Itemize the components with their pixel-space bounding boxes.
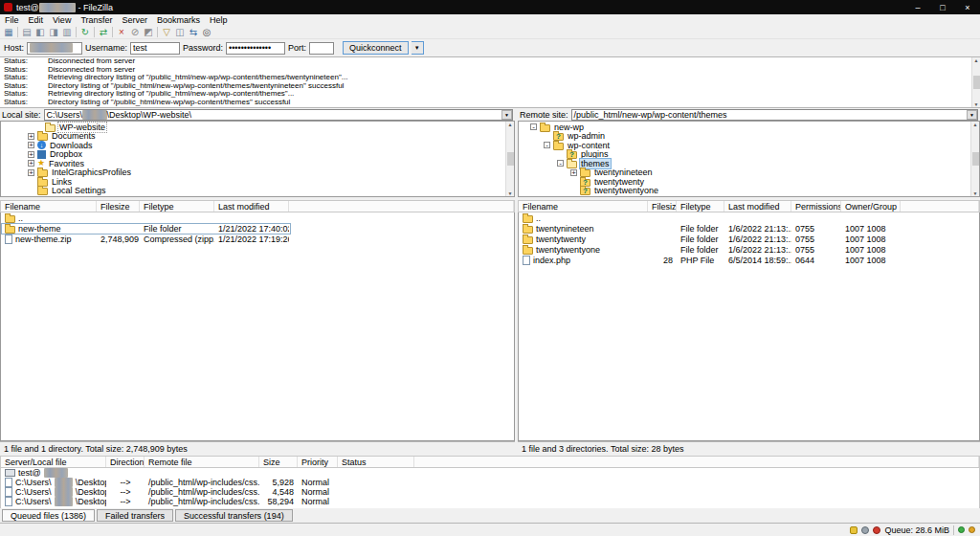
tree-item-wp-content[interactable]: -wp-content — [519, 141, 979, 150]
minimize-button[interactable]: – — [905, 0, 930, 14]
dropdown-icon[interactable]: ▼ — [967, 110, 977, 120]
menu-file[interactable]: File — [0, 15, 24, 25]
column-priority[interactable]: Priority — [298, 457, 338, 467]
tree-item-wp-website[interactable]: WP-website — [1, 123, 514, 132]
file-row-twentytwentyone[interactable]: twentytwentyone File folder1/6/2022 21:1… — [519, 244, 979, 255]
file-row-twentynineteen[interactable]: twentynineteen File folder1/6/2022 21:13… — [519, 223, 979, 234]
password-input[interactable]: •••••••••••••• — [226, 42, 285, 55]
column-filetype[interactable]: Filetype — [677, 201, 724, 212]
tree-item-twentytwentyone[interactable]: twentytwentyone — [519, 187, 979, 196]
tree-item-documents[interactable]: +Documents — [1, 132, 514, 142]
site-manager-icon[interactable]: ▦ — [2, 26, 15, 38]
column-filename[interactable]: Filename — [519, 201, 648, 212]
expander-icon[interactable]: + — [28, 133, 34, 140]
tree-item-twentynineteen[interactable]: +twentynineteen — [519, 168, 979, 178]
file-row-index-php[interactable]: index.php 28PHP File6/5/2014 18:59:...06… — [519, 255, 979, 265]
queue-server-row[interactable]: test@████ — [1, 468, 979, 478]
expander-icon[interactable]: + — [28, 160, 34, 167]
reconnect-icon[interactable]: ◩ — [142, 26, 155, 38]
local-site-combo[interactable]: C:\Users\████\Desktop\WP-website\ ▼ — [44, 109, 513, 121]
find-files-icon[interactable]: ◎ — [200, 26, 213, 38]
column-filesize[interactable]: Filesize — [97, 201, 140, 212]
tab-failed-transfers[interactable]: Failed transfers — [97, 509, 173, 522]
process-queue-icon[interactable]: ⇄ — [97, 26, 110, 38]
expander-icon[interactable]: + — [28, 169, 34, 176]
port-input[interactable] — [309, 42, 334, 55]
column-last-modified[interactable]: Last modified — [214, 201, 289, 212]
menu-transfer[interactable]: Transfer — [76, 15, 117, 25]
tree-item-local-settings[interactable]: Local Settings — [1, 187, 514, 196]
queue-item-row[interactable]: C:\Users\███\Desktop\w... -->/public_htm… — [1, 497, 979, 506]
message-log-toggle-icon[interactable]: ▤ — [20, 26, 33, 38]
tree-item-themes[interactable]: -themes — [519, 159, 979, 168]
column-direction[interactable]: Direction — [106, 457, 145, 467]
transfer-queue-toggle-icon[interactable]: ▥ — [60, 26, 74, 38]
expander-icon[interactable]: - — [544, 142, 550, 148]
column-filesize[interactable]: Filesize — [648, 201, 677, 212]
column-owner-group[interactable]: Owner/Group — [841, 201, 901, 212]
username-input[interactable]: test — [130, 42, 180, 55]
close-button[interactable]: × — [955, 0, 980, 14]
file-row-parent[interactable]: .. — [519, 212, 979, 223]
dropdown-icon[interactable]: ▼ — [501, 110, 512, 120]
scroll-down-icon[interactable]: ▼ — [974, 101, 979, 107]
filter-icon[interactable]: ▽ — [160, 26, 173, 38]
quickconnect-dropdown-icon[interactable]: ▼ — [412, 41, 424, 55]
scroll-up-icon[interactable]: ▲ — [973, 122, 978, 127]
expander-icon[interactable]: + — [28, 142, 34, 148]
host-input[interactable]: ███████ — [27, 42, 82, 55]
key-icon[interactable] — [850, 526, 858, 534]
gear-icon[interactable] — [861, 526, 869, 534]
tab-queued-files[interactable]: Queued files (1386) — [2, 509, 95, 522]
column-size[interactable]: Size — [259, 457, 298, 467]
column-last-modified[interactable]: Last modified — [724, 201, 791, 212]
tree-item-favorites[interactable]: +★Favorites — [1, 159, 514, 168]
menu-view[interactable]: View — [48, 15, 76, 25]
tree-item-links[interactable]: Links — [1, 177, 514, 187]
local-tree-scrollbar[interactable]: ▲▼ — [505, 122, 514, 196]
menu-server[interactable]: Server — [118, 15, 153, 25]
tree-item-plugins[interactable]: plugins — [519, 150, 979, 160]
tree-item-wp-admin[interactable]: wp-admin — [519, 132, 979, 142]
expander-icon[interactable]: - — [557, 160, 564, 167]
remote-site-combo[interactable]: /public_html/new-wp/wp-content/themes ▼ — [571, 109, 978, 121]
scroll-thumb[interactable] — [507, 152, 514, 166]
menu-bookmarks[interactable]: Bookmarks — [152, 15, 205, 25]
tree-item-twentytwenty[interactable]: twentytwenty — [519, 177, 979, 187]
error-icon[interactable] — [873, 526, 880, 534]
expander-icon[interactable]: + — [28, 151, 34, 158]
scroll-thumb[interactable] — [973, 76, 980, 89]
log-scrollbar[interactable]: ▲▼ — [971, 57, 980, 107]
cancel-icon[interactable]: × — [115, 26, 128, 38]
local-treeview-toggle-icon[interactable]: ◧ — [33, 26, 47, 38]
scroll-down-icon[interactable]: ▼ — [508, 190, 513, 196]
expander-icon[interactable]: + — [570, 169, 577, 176]
column-remote-file[interactable]: Remote file — [145, 457, 259, 467]
column-filetype[interactable]: Filetype — [140, 201, 214, 212]
column-server-local-file[interactable]: Server/Local file — [1, 457, 106, 467]
sync-browsing-icon[interactable]: ⇆ — [187, 26, 200, 38]
disconnect-icon[interactable]: ⊘ — [128, 26, 142, 38]
scroll-thumb[interactable] — [972, 152, 979, 166]
menu-help[interactable]: Help — [205, 15, 233, 25]
file-row-parent[interactable]: .. — [1, 212, 514, 223]
column-status[interactable]: Status — [338, 457, 414, 467]
file-row-new-theme[interactable]: new-theme File folder1/21/2022 17:40:02 — [1, 223, 514, 234]
column-filename[interactable]: Filename — [1, 201, 97, 212]
tree-item-dropbox[interactable]: +Dropbox — [1, 150, 514, 160]
file-row-twentytwenty[interactable]: twentytwenty File folder1/6/2022 21:13:.… — [519, 234, 979, 244]
column-permissions[interactable]: Permissions — [791, 201, 841, 212]
scroll-up-icon[interactable]: ▲ — [974, 57, 979, 63]
directory-comparison-icon[interactable]: ◫ — [173, 26, 187, 38]
maximize-button[interactable]: □ — [930, 0, 955, 14]
tree-item-intelgraphicsprofiles[interactable]: +IntelGraphicsProfiles — [1, 168, 514, 178]
file-row-new-theme-zip[interactable]: new-theme.zip 2,748,909Compressed (zipp.… — [1, 234, 514, 244]
refresh-icon[interactable]: ↻ — [78, 26, 92, 38]
queue-item-row[interactable]: C:\Users\███\Desktop\w... -->/public_htm… — [1, 478, 979, 487]
remote-tree-scrollbar[interactable]: ▲▼ — [970, 122, 979, 196]
scroll-down-icon[interactable]: ▼ — [973, 190, 978, 196]
tab-successful-transfers[interactable]: Successful transfers (194) — [175, 509, 293, 522]
expander-icon[interactable]: - — [530, 123, 537, 130]
tree-item-new-wp[interactable]: -new-wp — [519, 123, 979, 132]
tree-item-downloads[interactable]: +↓Downloads — [1, 141, 514, 150]
